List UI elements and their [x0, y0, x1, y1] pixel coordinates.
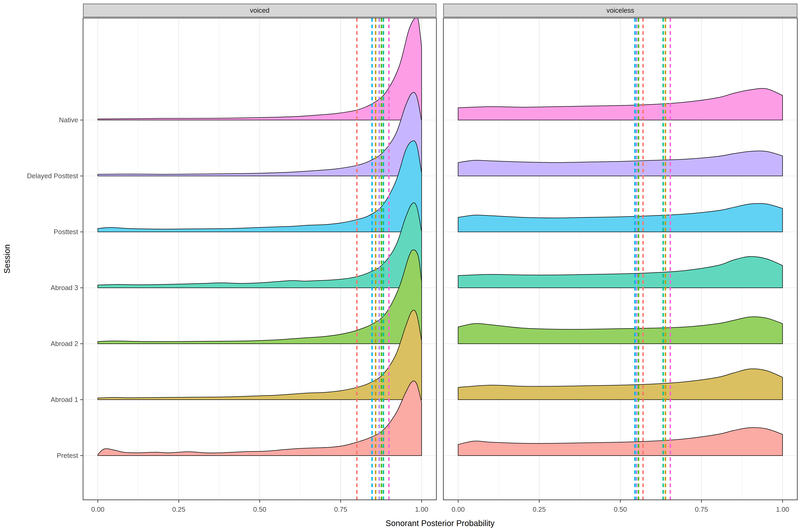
y-tick-label-abroad-3: Abroad 3 — [51, 284, 78, 291]
y-tick-label-posttest: Posttest — [54, 228, 78, 235]
ridgeline-chart-canvas: 0.000.250.500.751.000.000.250.500.751.00… — [0, 0, 801, 532]
facet-strip-voiceless-label: voiceless — [606, 6, 634, 14]
y-tick-label-delayed-posttest: Delayed Posttest — [27, 172, 78, 180]
x-tick-label: 0.75 — [334, 506, 347, 513]
ridgeline-figure: 0.000.250.500.751.000.000.250.500.751.00… — [0, 0, 801, 532]
panel-voiced: 0.000.250.500.751.00 — [83, 17, 436, 513]
facet-strip-voiced: voiced — [83, 4, 436, 17]
y-tick-label-abroad-1: Abroad 1 — [51, 396, 78, 403]
y-tick-label-abroad-2: Abroad 2 — [51, 340, 78, 347]
x-tick-label: 0.50 — [253, 506, 266, 513]
x-tick-label: 0.25 — [172, 506, 185, 513]
x-tick-label: 0.75 — [695, 506, 708, 513]
x-tick-label: 0.50 — [614, 506, 627, 513]
x-tick-label: 0.00 — [91, 506, 104, 513]
facet-strip-voiceless: voiceless — [443, 4, 797, 17]
x-tick-label: 1.00 — [776, 506, 789, 513]
y-axis-title: Session — [2, 244, 12, 273]
x-tick-label: 0.25 — [532, 506, 546, 513]
x-tick-label: 0.00 — [452, 506, 465, 513]
y-tick-label-native: Native — [59, 116, 78, 124]
y-tick-label-pretest: Pretest — [57, 452, 78, 459]
panel-voiceless: 0.000.250.500.751.00 — [443, 18, 797, 513]
facet-strip-voiced-label: voiced — [250, 6, 270, 14]
x-tick-label: 1.00 — [415, 506, 428, 513]
x-axis-title: Sonorant Posterior Probability — [385, 519, 494, 528]
